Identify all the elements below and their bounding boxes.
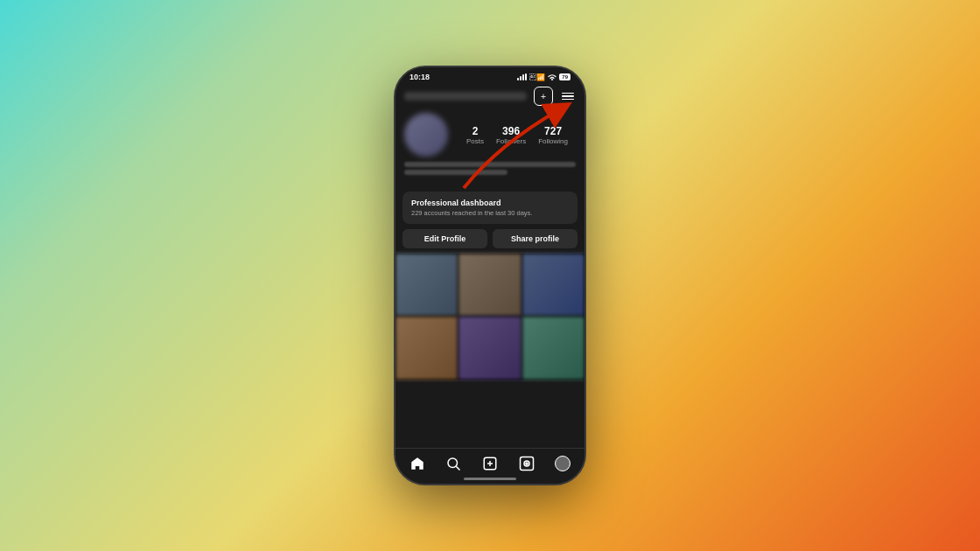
post-thumb-3[interactable] bbox=[522, 254, 584, 316]
bio-area bbox=[404, 160, 576, 179]
posts-count: 2 bbox=[466, 125, 484, 137]
dashboard-subtitle: 229 accounts reached in the last 30 days… bbox=[411, 209, 569, 217]
post-thumb-6[interactable] bbox=[522, 317, 584, 379]
hamburger-menu-button[interactable] bbox=[560, 91, 576, 102]
battery-icon: 79 bbox=[559, 73, 570, 80]
phone-frame: 10:18 📶 79 bbox=[394, 66, 586, 485]
profile-row: 2 Posts 396 Followers 727 Following bbox=[404, 113, 576, 157]
post-thumb-4[interactable] bbox=[396, 317, 458, 379]
action-buttons: Edit Profile Share profile bbox=[402, 229, 578, 248]
post-thumb-1[interactable] bbox=[396, 254, 458, 316]
svg-line-1 bbox=[457, 466, 460, 470]
nav-add-button[interactable] bbox=[482, 456, 498, 471]
wifi-icon: 📶 bbox=[529, 73, 545, 81]
wifi-svg-icon bbox=[548, 73, 556, 80]
following-count: 727 bbox=[538, 125, 568, 137]
home-indicator bbox=[464, 478, 516, 480]
dashboard-title: Professional dashboard bbox=[411, 199, 569, 207]
nav-avatar bbox=[555, 456, 570, 471]
posts-stat[interactable]: 2 Posts bbox=[466, 125, 484, 145]
signal-icon bbox=[517, 73, 527, 80]
profile-topbar: + bbox=[396, 83, 584, 109]
following-stat[interactable]: 727 Following bbox=[538, 125, 568, 145]
plus-icon: + bbox=[541, 91, 546, 101]
stats-row: 2 Posts 396 Followers 727 Following bbox=[458, 125, 576, 145]
nav-profile-button[interactable] bbox=[555, 456, 570, 471]
edit-profile-button[interactable]: Edit Profile bbox=[402, 229, 487, 248]
status-icons: 📶 79 bbox=[517, 73, 570, 81]
dashboard-card[interactable]: Professional dashboard 229 accounts reac… bbox=[402, 192, 578, 224]
status-time: 10:18 bbox=[410, 73, 430, 81]
add-story-button[interactable]: + bbox=[534, 87, 553, 106]
bio-line-1 bbox=[404, 162, 576, 167]
svg-point-7 bbox=[525, 463, 527, 464]
posts-label: Posts bbox=[466, 137, 484, 145]
bio-line-2 bbox=[404, 170, 508, 175]
svg-point-0 bbox=[448, 458, 458, 468]
followers-label: Followers bbox=[496, 137, 526, 145]
nav-search-button[interactable] bbox=[445, 456, 461, 471]
profile-section: 2 Posts 396 Followers 727 Following bbox=[396, 109, 584, 186]
username-blur bbox=[404, 92, 527, 101]
background: 10:18 📶 79 bbox=[394, 66, 586, 485]
following-label: Following bbox=[538, 137, 568, 145]
phone-wrapper: 10:18 📶 79 bbox=[394, 66, 586, 485]
share-profile-button[interactable]: Share profile bbox=[493, 229, 578, 248]
status-bar: 10:18 📶 79 bbox=[396, 67, 584, 83]
posts-grid bbox=[396, 254, 584, 380]
post-thumb-2[interactable] bbox=[458, 254, 521, 316]
followers-count: 396 bbox=[496, 125, 526, 137]
avatar bbox=[404, 113, 448, 157]
nav-home-button[interactable] bbox=[410, 456, 425, 471]
post-thumb-5[interactable] bbox=[458, 317, 521, 379]
followers-stat[interactable]: 396 Followers bbox=[496, 125, 526, 145]
nav-reels-button[interactable] bbox=[519, 456, 535, 471]
